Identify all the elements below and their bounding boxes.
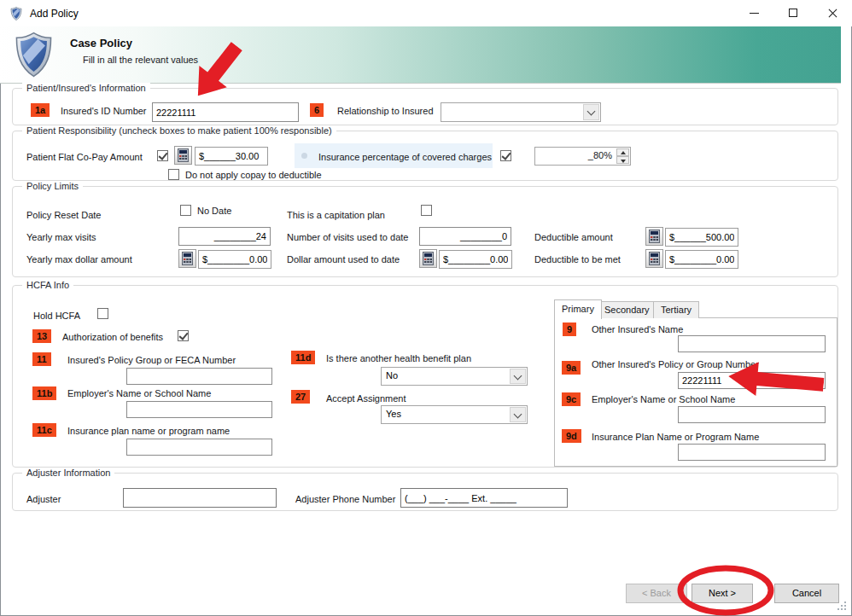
auth-benefits-label: Authorization of benefits [62, 332, 163, 342]
badge-9: 9 [563, 323, 576, 336]
other-insured-policy-input[interactable] [678, 372, 826, 389]
hcfa-info-group: HCFA Info Hold HCFA 13 Authorization of … [12, 285, 838, 468]
other-insured-tab-panel: Primary Secondary Tertiary 9 Other Insur… [554, 299, 837, 467]
patient-info-legend: Patient/Insured's Information [22, 83, 150, 93]
plan-name-input[interactable] [126, 439, 272, 456]
accept-assignment-combobox[interactable]: Yes [381, 405, 528, 424]
insurance-pct-stepper[interactable]: _80% [534, 147, 631, 166]
badge-6: 6 [310, 103, 324, 117]
chevron-down-icon[interactable] [510, 369, 526, 384]
chevron-down-icon[interactable] [583, 104, 599, 120]
calculator-icon [178, 148, 189, 162]
wizard-header: Case Policy Fill in all the relevant val… [0, 26, 841, 84]
yearly-max-visits-input[interactable] [178, 227, 271, 246]
calculator-icon [423, 252, 434, 265]
other-insured-policy-label: Other Insured's Policy or Group Number [592, 359, 759, 369]
relationship-combobox[interactable] [441, 102, 601, 122]
badge-9a: 9a [562, 361, 581, 375]
badge-11d: 11d [291, 351, 315, 364]
insurance-pct-label: Insurance percentage of covered charges [318, 152, 492, 162]
other-plan-name-label: Insurance Plan Name or Program Name [592, 432, 759, 442]
yearly-max-dollar-calculator-button[interactable] [178, 249, 196, 268]
deductible-amount-input[interactable] [665, 228, 738, 247]
other-employer-label: Employer's Name or School Name [592, 394, 735, 404]
calculator-icon [182, 252, 193, 265]
spin-up-icon[interactable] [616, 148, 629, 156]
tab-secondary[interactable]: Secondary [597, 301, 657, 318]
deductible-met-calculator-button[interactable] [645, 249, 663, 268]
maximize-button[interactable] [773, 0, 813, 26]
insurance-pct-checkbox[interactable] [500, 150, 511, 161]
chevron-down-icon[interactable] [510, 407, 526, 422]
no-date-checkbox[interactable] [180, 205, 191, 216]
dollar-used-input[interactable] [439, 250, 512, 269]
capitation-checkbox[interactable] [421, 205, 432, 216]
deductible-amount-label: Deductible amount [534, 232, 613, 242]
deductible-met-input[interactable] [665, 250, 738, 269]
other-employer-input[interactable] [678, 406, 826, 423]
policy-group-input[interactable] [126, 368, 272, 385]
hold-hcfa-checkbox[interactable] [97, 308, 108, 319]
plan-name-label: Insurance plan name or program name [67, 426, 230, 436]
minimize-icon [750, 13, 759, 14]
badge-9d: 9d [562, 429, 581, 443]
back-button[interactable]: < Back [626, 584, 687, 603]
no-copay-deductible-checkbox[interactable] [168, 169, 179, 180]
close-button[interactable] [813, 0, 852, 26]
policy-limits-group: Policy Limits Policy Reset Date No Date … [12, 186, 838, 277]
app-shield-icon [9, 7, 23, 20]
visits-used-label: Number of visits used to date [287, 232, 408, 242]
title-bar: Add Policy [0, 0, 852, 26]
other-insured-name-label: Other Insured's Name [592, 324, 683, 334]
patient-info-group: Patient/Insured's Information 1a Insured… [12, 88, 838, 125]
no-date-label: No Date [197, 206, 231, 216]
badge-1a: 1a [31, 103, 50, 117]
copay-label: Patient Flat Co-Pay Amount [26, 152, 143, 162]
next-button[interactable]: Next > [692, 584, 753, 603]
dollar-used-calculator-button[interactable] [419, 249, 437, 268]
resize-grip[interactable] [837, 601, 848, 612]
hold-hcfa-label: Hold HCFA [33, 311, 80, 321]
no-copay-deductible-label: Do not apply copay to deductible [185, 170, 322, 180]
deductible-amount-calculator-button[interactable] [645, 227, 663, 246]
employer-name-input[interactable] [126, 401, 272, 418]
policy-reset-date-label: Policy Reset Date [26, 210, 101, 220]
adjuster-phone-input[interactable] [400, 488, 568, 508]
badge-9c: 9c [562, 392, 581, 406]
other-plan-name-input[interactable] [678, 444, 826, 461]
page-title: Case Policy [70, 37, 132, 49]
insured-id-input[interactable] [152, 102, 299, 122]
badge-11: 11 [32, 352, 51, 366]
highlight-dot [301, 153, 307, 159]
copay-calculator-button[interactable] [174, 146, 192, 165]
other-plan-combobox[interactable]: No [381, 367, 528, 386]
adjuster-legend: Adjuster Information [22, 468, 114, 478]
other-insured-name-input[interactable] [678, 335, 826, 352]
patient-responsibility-group: Patient Responsibility (uncheck boxes to… [12, 131, 838, 181]
minimize-button[interactable] [734, 0, 773, 26]
calculator-icon [649, 230, 660, 243]
case-policy-shield-icon [14, 32, 54, 78]
adjuster-input[interactable] [123, 488, 277, 508]
capitation-label: This is a capitation plan [287, 210, 385, 220]
tab-primary[interactable]: Primary [554, 299, 602, 319]
deductible-met-label: Deductible to be met [534, 254, 621, 264]
cancel-button[interactable]: Cancel [774, 584, 839, 603]
dollar-used-label: Dollar amount used to date [287, 254, 400, 264]
auth-benefits-checkbox[interactable] [178, 330, 189, 341]
yearly-max-dollar-input[interactable] [198, 250, 271, 269]
page-subtitle: Fill in all the relevant values [83, 55, 198, 65]
patient-responsibility-legend: Patient Responsibility (uncheck boxes to… [22, 125, 336, 136]
copay-amount-input[interactable] [195, 147, 268, 166]
adjuster-label: Adjuster [26, 494, 61, 504]
tab-tertiary[interactable]: Tertiary [653, 301, 699, 318]
visits-used-input[interactable] [419, 227, 511, 246]
yearly-max-dollar-label: Yearly max dollar amount [26, 254, 132, 264]
policy-limits-legend: Policy Limits [22, 181, 83, 191]
maximize-icon [789, 9, 797, 17]
copay-checkbox[interactable] [157, 150, 168, 161]
badge-13: 13 [32, 329, 51, 343]
policy-group-label: Insured's Policy Group or FECA Number [67, 355, 236, 365]
spin-down-icon[interactable] [616, 156, 629, 164]
relationship-label: Relationship to Insured [337, 106, 434, 116]
